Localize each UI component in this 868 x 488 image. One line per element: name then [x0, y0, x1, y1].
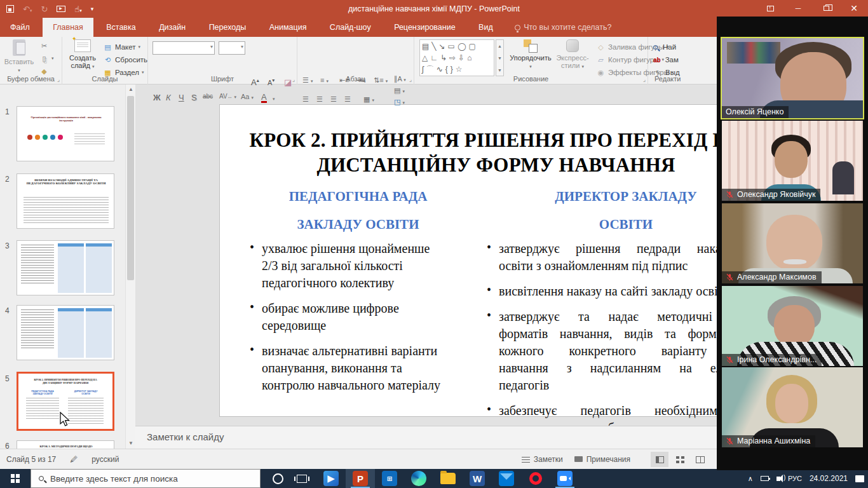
file-explorer-button[interactable]: [433, 469, 463, 488]
bold-button[interactable]: Ж: [153, 93, 161, 102]
video-tile-3[interactable]: Александр Максимов: [722, 203, 863, 283]
paragraph-dialog-launcher[interactable]: ⌟: [409, 76, 412, 83]
taskbar-search-input[interactable]: Введите здесь текст для поиска: [31, 469, 261, 488]
video-tile-5[interactable]: Маріанна Ашихміна: [722, 367, 863, 447]
smartart-button[interactable]: ◳ ▾: [394, 98, 405, 106]
tray-date[interactable]: 24.02.2021: [810, 474, 848, 483]
font-dialog-launcher[interactable]: ⌟: [292, 76, 295, 83]
language-indicator[interactable]: русский: [92, 455, 119, 464]
restore-icon[interactable]: [812, 0, 840, 17]
participant-name-label: Ірина Олександрівн...: [722, 354, 822, 366]
columns-button[interactable]: ▦ ▾: [363, 95, 374, 104]
align-right-button[interactable]: ☰: [330, 95, 337, 104]
new-slide-button[interactable]: Создать слайд ▾: [65, 39, 100, 71]
paste-icon: [13, 39, 25, 56]
drawing-dialog-launcher[interactable]: ⌟: [643, 76, 646, 83]
replace-button[interactable]: abЗам: [653, 55, 680, 65]
reset-button[interactable]: ⟲Сбросить: [103, 55, 147, 65]
justify-button[interactable]: ☰: [344, 95, 351, 104]
video-tile-2[interactable]: Олександр Яковійчук: [722, 121, 863, 201]
scroll-down-icon[interactable]: ▼: [126, 438, 135, 449]
reading-view-button[interactable]: [691, 452, 709, 467]
close-icon[interactable]: ✕: [840, 0, 868, 17]
comments-icon: [574, 456, 583, 462]
shapes-gallery-scroll[interactable]: ▲▼▼: [496, 39, 504, 76]
slide-column-left[interactable]: ПЕДАГОГІЧНА РАДА ЗАКЛАДУ ОСВІТИ ухвалює …: [245, 182, 471, 426]
slide-sorter-view-button[interactable]: [671, 452, 689, 467]
thumbnail-slide-4[interactable]: [17, 305, 114, 360]
movies-tv-button[interactable]: ▶: [316, 469, 346, 488]
font-size-combo[interactable]: [219, 41, 245, 55]
zoom-app-button[interactable]: [550, 469, 580, 488]
tell-me-box[interactable]: Что вы хотите сделать?: [515, 23, 611, 32]
arrange-button[interactable]: Упорядочить▾: [508, 39, 553, 71]
font-color-dropdown[interactable]: ▾: [273, 93, 275, 102]
word-button[interactable]: W: [463, 469, 492, 488]
minimize-icon[interactable]: ─: [784, 0, 812, 17]
muted-mic-icon: [726, 191, 734, 199]
tab-view[interactable]: Вид: [468, 18, 503, 37]
comments-toggle[interactable]: Примечания: [574, 455, 630, 464]
thumbnail-slide-3[interactable]: [17, 240, 114, 295]
tab-home[interactable]: Главная: [43, 18, 93, 37]
tab-design[interactable]: Дизайн: [149, 18, 196, 37]
thumbnail-slide-2[interactable]: ШЛЯХИ ВЗАЄМОДІЇ АДМІНІСТРАЦІЇ ТА ПЕДАГОГ…: [17, 173, 114, 229]
ribbon-display-options-icon[interactable]: [756, 0, 784, 17]
character-spacing-button[interactable]: AV↔ ▾: [219, 93, 236, 100]
microsoft-store-button[interactable]: ⊞: [375, 469, 404, 488]
hidden-icons-chevron[interactable]: ∧: [748, 475, 753, 483]
shapes-gallery[interactable]: ▤╲↘▭◯▢△∟↳⇨⇩⌂ʃ⌒∿{}☆: [419, 39, 494, 76]
italic-button[interactable]: К: [166, 93, 171, 102]
arrange-icon: [524, 39, 538, 52]
scrollbar-thumb[interactable]: [127, 96, 134, 280]
windows-logo-icon: [11, 474, 20, 483]
current-slide[interactable]: КРОК 2. ПРИЙНЯТТЯ РІШЕННЯ ПРО ПЕРЕХІД НА…: [219, 104, 773, 417]
participant-name-label: Олександр Яковійчук: [722, 189, 820, 201]
tab-transitions[interactable]: Переходы: [199, 18, 257, 37]
normal-view-button[interactable]: [651, 452, 668, 467]
volume-icon[interactable]: [776, 477, 780, 481]
tab-insert[interactable]: Вставка: [96, 18, 146, 37]
strikethrough-button[interactable]: abc: [203, 93, 213, 100]
find-button[interactable]: Най: [653, 42, 680, 52]
font-color-button[interactable]: А: [261, 93, 267, 103]
paste-button[interactable]: Вставить▾: [1, 39, 37, 74]
slide-title[interactable]: КРОК 2. ПРИЙНЯТТЯ РІШЕННЯ ПРО ПЕРЕХІД НА…: [242, 128, 750, 177]
text-shadow-button[interactable]: S: [191, 93, 197, 102]
mail-button[interactable]: [492, 469, 521, 488]
start-button[interactable]: [0, 469, 31, 488]
video-tile-1[interactable]: Олексій Яценко: [722, 38, 863, 118]
cut-button[interactable]: ✂: [39, 41, 54, 51]
tray-language[interactable]: РУС: [788, 475, 802, 482]
opera-button[interactable]: [521, 469, 550, 488]
thumbnail-slide-1[interactable]: Організація дистанційного навчання хімії…: [17, 106, 114, 161]
replace-icon: ab: [653, 57, 661, 64]
task-view-button[interactable]: [287, 469, 316, 488]
paragraph-group: ☰ ▾ ≡ ▾ ⇤≡ ⇥≡ ⇅≡ ▾ ∥A ▾ ▤ ▾ ◳ ▾ ☰ ☰ ☰ ☰ …: [297, 37, 414, 85]
battery-icon[interactable]: [761, 476, 769, 481]
clipboard-group: Вставить▾ ✂ ▯▾ ◆ Буфер обмена ⌟: [0, 37, 62, 85]
spellcheck-icon[interactable]: 🖉: [70, 455, 78, 464]
align-text-button[interactable]: ▤ ▾: [394, 86, 405, 95]
copy-button[interactable]: ▯▾: [39, 53, 54, 64]
clipboard-dialog-launcher[interactable]: ⌟: [57, 76, 60, 83]
tab-animations[interactable]: Анимация: [259, 18, 317, 37]
thumbnail-scrollbar[interactable]: ▲ ▼: [125, 85, 135, 449]
tab-slideshow[interactable]: Слайд-шоу: [320, 18, 381, 37]
tab-file[interactable]: Файл: [0, 18, 40, 37]
quick-styles-button[interactable]: Экспресс-стили ▾: [553, 39, 592, 71]
edge-button[interactable]: [404, 469, 433, 488]
thumbnail-slide-6[interactable]: КРОК 3. МЕТОДИЧНІ ПОРАДИ ЩОДО: [17, 440, 114, 449]
powerpoint-taskbar-button[interactable]: P: [346, 469, 375, 488]
tab-review[interactable]: Рецензирование: [384, 18, 466, 37]
font-name-combo[interactable]: [153, 41, 215, 55]
notification-center-icon[interactable]: [855, 475, 864, 482]
change-case-button[interactable]: Aa ▾: [241, 93, 254, 100]
notes-toggle[interactable]: Заметки: [522, 455, 563, 464]
scroll-up-icon[interactable]: ▲: [126, 85, 135, 95]
layout-button[interactable]: ▤Макет▾: [103, 42, 147, 52]
underline-button[interactable]: Ч: [179, 93, 184, 102]
align-left-button[interactable]: ☰: [302, 95, 309, 104]
video-tile-4[interactable]: Ірина Олександрівн...: [722, 286, 863, 366]
align-center-button[interactable]: ☰: [316, 95, 323, 104]
